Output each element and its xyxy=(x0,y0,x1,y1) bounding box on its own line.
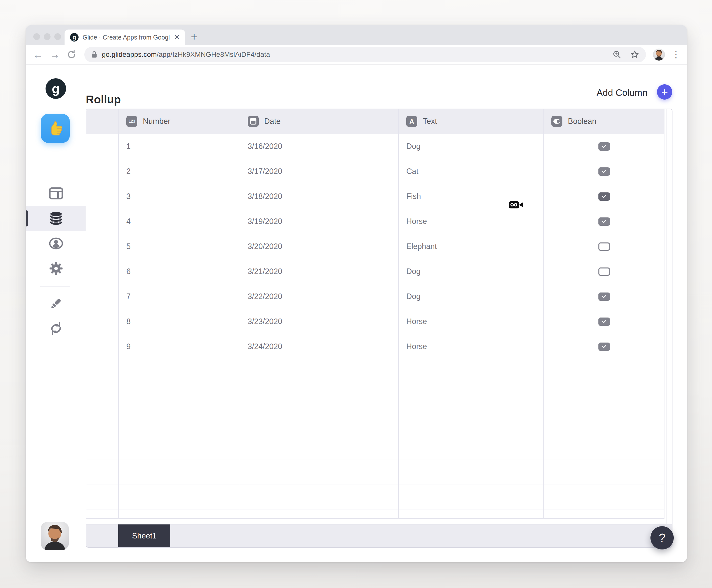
back-icon[interactable]: ← xyxy=(33,49,43,60)
help-button[interactable]: ? xyxy=(650,526,674,549)
boolean-cell[interactable] xyxy=(544,334,665,359)
text-cell[interactable]: Horse xyxy=(399,334,544,359)
sidebar-item-settings[interactable] xyxy=(26,256,86,281)
user-avatar[interactable] xyxy=(41,522,69,550)
column-header-number[interactable]: 123 Number xyxy=(119,109,240,133)
empty-table-row[interactable] xyxy=(86,459,665,484)
empty-table-row[interactable] xyxy=(86,484,665,509)
boolean-checkbox[interactable] xyxy=(599,268,610,276)
zoom-page-icon[interactable] xyxy=(612,50,622,59)
date-cell[interactable]: 3/24/2020 xyxy=(240,334,399,359)
browser-tab-bar: g Glide · Create Apps from Google ✕ + xyxy=(26,25,687,45)
grid-rows: 13/16/2020Dog23/17/2020Cat33/18/2020Fish… xyxy=(86,134,672,525)
browser-profile-avatar[interactable] xyxy=(653,48,665,61)
text-cell xyxy=(399,410,544,434)
browser-menu-icon[interactable]: ⋮ xyxy=(671,49,681,60)
sidebar-item-users[interactable] xyxy=(26,231,86,256)
row-handle-cell[interactable] xyxy=(86,134,119,159)
date-cell[interactable]: 3/20/2020 xyxy=(240,234,399,259)
row-handle-cell[interactable] xyxy=(86,184,119,209)
sidebar-item-layout[interactable] xyxy=(26,181,86,206)
zoom-window-button[interactable] xyxy=(54,33,61,40)
boolean-cell[interactable] xyxy=(544,209,665,234)
boolean-checkbox[interactable] xyxy=(599,167,610,176)
number-cell[interactable]: 8 xyxy=(119,309,240,334)
table-row: 43/19/2020Horse xyxy=(86,209,665,234)
reload-icon[interactable] xyxy=(67,50,76,59)
text-cell[interactable]: Elephant xyxy=(399,234,544,259)
new-tab-button[interactable]: + xyxy=(191,30,197,43)
row-handle-cell[interactable] xyxy=(86,309,119,334)
text-cell[interactable]: Dog xyxy=(399,134,544,159)
boolean-cell[interactable] xyxy=(544,284,665,309)
add-column-button[interactable]: + xyxy=(657,84,672,100)
row-handle-cell[interactable] xyxy=(86,259,119,284)
column-label: Text xyxy=(423,117,437,126)
text-cell[interactable]: Horse xyxy=(399,309,544,334)
boolean-cell[interactable] xyxy=(544,259,665,284)
row-handle-cell[interactable] xyxy=(86,284,119,309)
column-header-text[interactable]: A Text xyxy=(399,109,544,133)
add-column-label: Add Column xyxy=(597,88,647,98)
sidebar-item-data[interactable] xyxy=(26,206,86,231)
boolean-cell[interactable] xyxy=(544,184,665,209)
date-cell[interactable]: 3/19/2020 xyxy=(240,209,399,234)
app-thumbnail[interactable] xyxy=(41,114,70,143)
number-cell xyxy=(119,484,240,509)
date-cell[interactable]: 3/18/2020 xyxy=(240,184,399,209)
boolean-checkbox[interactable] xyxy=(599,142,610,151)
text-cell[interactable]: Horse xyxy=(399,209,544,234)
boolean-checkbox[interactable] xyxy=(599,342,610,351)
boolean-checkbox[interactable] xyxy=(599,243,610,251)
number-cell[interactable]: 4 xyxy=(119,209,240,234)
empty-table-row[interactable] xyxy=(86,410,665,434)
boolean-checkbox[interactable] xyxy=(599,192,610,201)
bookmark-star-icon[interactable] xyxy=(630,50,640,59)
sidebar-item-sync[interactable] xyxy=(26,316,86,341)
boolean-cell[interactable] xyxy=(544,234,665,259)
row-handle-cell[interactable] xyxy=(86,159,119,184)
date-cell[interactable]: 3/23/2020 xyxy=(240,309,399,334)
database-icon xyxy=(49,211,63,226)
glide-logo: g xyxy=(45,78,66,99)
row-handle-cell[interactable] xyxy=(86,334,119,359)
minimize-window-button[interactable] xyxy=(44,33,50,40)
row-handle-cell[interactable] xyxy=(86,234,119,259)
date-cell[interactable]: 3/16/2020 xyxy=(240,134,399,159)
boolean-cell[interactable] xyxy=(544,134,665,159)
number-cell[interactable]: 5 xyxy=(119,234,240,259)
sheet-tab[interactable]: Sheet1 xyxy=(118,524,170,547)
number-cell[interactable]: 1 xyxy=(119,134,240,159)
boolean-cell[interactable] xyxy=(544,159,665,184)
number-cell[interactable]: 9 xyxy=(119,334,240,359)
empty-table-row[interactable] xyxy=(86,434,665,459)
boolean-checkbox[interactable] xyxy=(599,317,610,326)
number-cell[interactable]: 3 xyxy=(119,184,240,209)
date-cell[interactable]: 3/22/2020 xyxy=(240,284,399,309)
text-cell[interactable]: Dog xyxy=(399,284,544,309)
sidebar-item-publish[interactable] xyxy=(26,291,86,316)
table-row: 13/16/2020Dog xyxy=(86,134,665,159)
text-cell xyxy=(399,359,544,384)
browser-tab[interactable]: g Glide · Create Apps from Google ✕ xyxy=(65,29,185,45)
layout-icon xyxy=(49,187,63,200)
address-bar[interactable]: go.glideapps.com/app/IzHk9XMNGHe8MslAiDF… xyxy=(84,47,646,62)
row-handle-cell[interactable] xyxy=(86,209,119,234)
empty-table-row[interactable] xyxy=(86,359,665,384)
number-cell[interactable]: 2 xyxy=(119,159,240,184)
boolean-cell[interactable] xyxy=(544,309,665,334)
date-cell[interactable]: 3/21/2020 xyxy=(240,259,399,284)
text-cell[interactable]: Cat xyxy=(399,159,544,184)
date-cell[interactable]: 3/17/2020 xyxy=(240,159,399,184)
close-tab-icon[interactable]: ✕ xyxy=(174,33,180,41)
boolean-checkbox[interactable] xyxy=(599,217,610,226)
boolean-checkbox[interactable] xyxy=(599,293,610,301)
empty-table-row[interactable] xyxy=(86,384,665,410)
close-window-button[interactable] xyxy=(33,33,40,40)
column-header-boolean[interactable]: Boolean xyxy=(544,109,665,133)
column-header-date[interactable]: Date xyxy=(240,109,399,133)
number-cell[interactable]: 7 xyxy=(119,284,240,309)
number-cell[interactable]: 6 xyxy=(119,259,240,284)
forward-icon[interactable]: → xyxy=(50,49,60,60)
text-cell[interactable]: Dog xyxy=(399,259,544,284)
